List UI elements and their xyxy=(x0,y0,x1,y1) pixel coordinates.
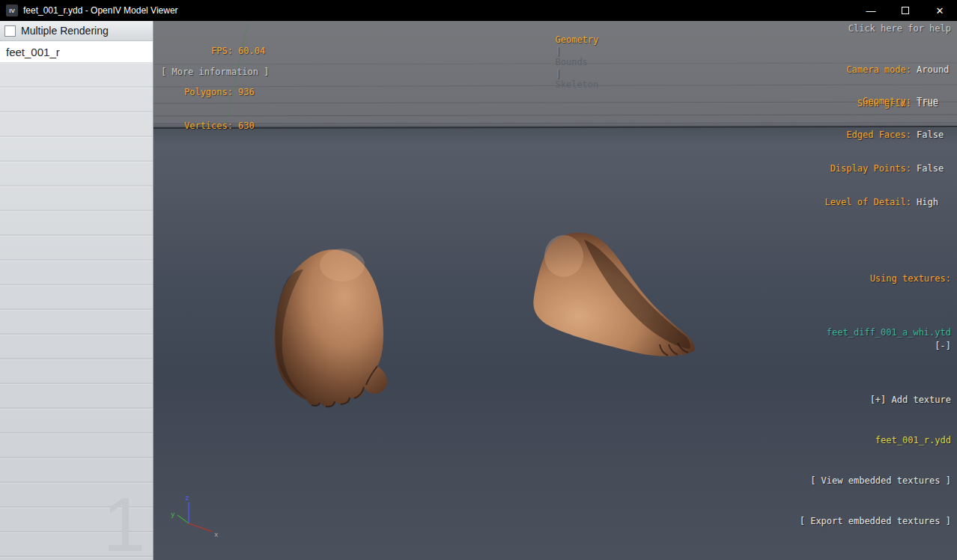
window-controls: — ✕ xyxy=(854,0,957,21)
tab-separator: | xyxy=(556,46,561,56)
display-points-label: Display Points: xyxy=(830,163,911,174)
app-icon-text: IV xyxy=(9,7,15,14)
titlebar[interactable]: IV feet_001_r.ydd - OpenIV Model Viewer … xyxy=(0,0,957,21)
export-embedded-textures-button[interactable]: [ Export embedded textures ] xyxy=(773,514,951,528)
texture-file-link[interactable]: feet_diff_001_a_whi.ytd xyxy=(827,327,951,338)
maximize-icon xyxy=(902,7,909,14)
close-button[interactable]: ✕ xyxy=(923,0,957,21)
edged-faces-label: Edged Faces: xyxy=(846,130,911,141)
view-embedded-textures-button[interactable]: [ View embedded textures ] xyxy=(773,474,951,487)
sidebar: Multiple Rendering feet_001_r 1 xyxy=(0,21,154,560)
polygons-value: 936 xyxy=(238,87,255,98)
fps-label: FPS: xyxy=(161,46,233,57)
more-information-button[interactable]: [ More information ] xyxy=(161,67,270,78)
model-list: feet_001_r xyxy=(0,41,153,63)
openiv-model-viewer-window: IV feet_001_r.ydd - OpenIV Model Viewer … xyxy=(0,0,957,560)
minimize-button[interactable]: — xyxy=(854,0,888,21)
tab-separator: | xyxy=(556,68,561,79)
geometry-value: True xyxy=(917,96,951,107)
help-link[interactable]: Click here for help xyxy=(848,23,951,34)
geometry-label: Geometry: xyxy=(863,96,911,107)
level-of-detail-label: Level of Detail: xyxy=(824,197,911,208)
fps-row: FPS: 60.04 xyxy=(161,46,265,57)
texture-entry-row: feet_diff_001_a_whi.ytd [-] xyxy=(773,312,951,366)
multiple-rendering-label: Multiple Rendering xyxy=(21,25,109,37)
axis-z-label: z xyxy=(185,494,189,502)
vertices-row: Vertices: 630 xyxy=(161,121,265,132)
foot-model-right xyxy=(533,233,694,356)
model-viewport[interactable]: z y x FPS: 60.04 Polygons: 936 Vertices:… xyxy=(154,21,957,560)
stats-block: FPS: 60.04 Polygons: 936 Vertices: 630 xyxy=(161,23,265,154)
textures-block: Using textures: feet_diff_001_a_whi.ytd … xyxy=(773,245,951,555)
model-list-item-selected[interactable]: feet_001_r xyxy=(0,41,153,63)
render-info-block: Geometry: True Edged Faces: False Displa… xyxy=(824,73,951,231)
axis-y-label: y xyxy=(171,511,175,518)
polygons-row: Polygons: 936 xyxy=(161,87,265,98)
display-points-row: Display Points: False xyxy=(824,163,951,174)
app-icon: IV xyxy=(6,4,18,16)
edged-faces-value: False xyxy=(917,130,951,141)
render-mode-tabs: Geometry | Bounds | Skeleton xyxy=(510,23,601,102)
vertices-label: Vertices: xyxy=(161,121,233,132)
multiple-rendering-toggle[interactable]: Multiple Rendering xyxy=(0,21,153,41)
foot-model-left xyxy=(274,249,387,407)
level-of-detail-row: Level of Detail: High xyxy=(824,197,951,208)
edged-faces-row: Edged Faces: False xyxy=(824,130,951,141)
axis-x-label: x xyxy=(214,531,219,538)
polygons-label: Polygons: xyxy=(161,87,233,98)
minimize-icon: — xyxy=(866,5,876,16)
maximize-button[interactable] xyxy=(888,0,923,21)
axis-gizmo: z y x xyxy=(171,494,219,538)
sidebar-page-number: 1 xyxy=(103,487,145,560)
tab-geometry[interactable]: Geometry xyxy=(556,34,599,45)
vertices-value: 630 xyxy=(238,121,255,132)
window-title: feet_001_r.ydd - OpenIV Model Viewer xyxy=(23,5,178,16)
using-textures-heading: Using textures: xyxy=(773,272,951,285)
texture-remove-button[interactable]: [-] xyxy=(935,341,951,351)
add-texture-button[interactable]: [+] Add texture xyxy=(773,393,951,407)
model-file-entry[interactable]: feet_001_r.ydd xyxy=(773,433,951,447)
level-of-detail-value: High xyxy=(917,197,951,208)
tab-skeleton[interactable]: Skeleton xyxy=(556,79,599,90)
display-points-value: False xyxy=(917,163,951,174)
tab-bounds[interactable]: Bounds xyxy=(556,57,588,67)
fps-value: 60.04 xyxy=(238,46,265,57)
geometry-row: Geometry: True xyxy=(824,96,951,107)
multiple-rendering-checkbox[interactable] xyxy=(4,25,16,37)
close-icon: ✕ xyxy=(936,5,944,16)
